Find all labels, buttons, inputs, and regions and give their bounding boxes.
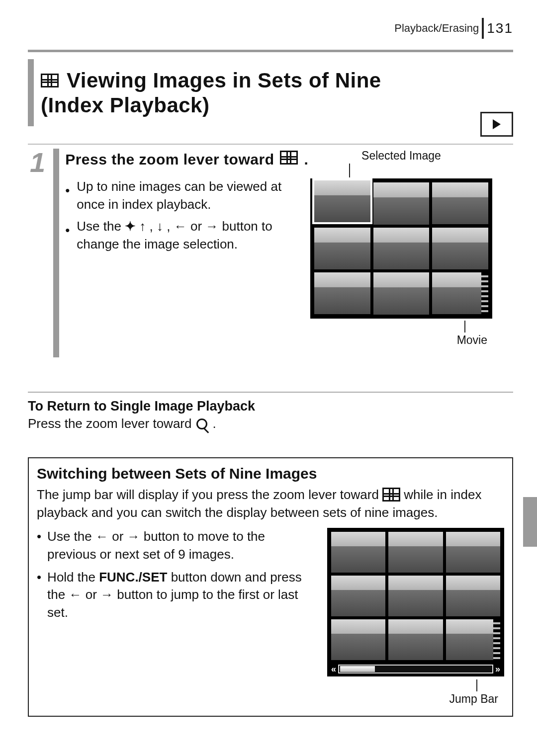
arrow-right-icon: → <box>100 588 113 601</box>
thumbnail <box>388 532 443 573</box>
bullet-dot: • <box>37 569 41 622</box>
thumbnail <box>388 576 443 616</box>
jumpbar-thumb <box>340 666 375 672</box>
selected-image-label: Selected Image <box>310 149 492 163</box>
arrow-down-icon: ↓ <box>157 220 163 233</box>
jumpbar-track <box>338 665 493 673</box>
arrow-up-icon: ↑ <box>139 220 146 233</box>
box-heading: Switching between Sets of Nine Images <box>37 465 504 482</box>
thumbnail <box>446 576 500 616</box>
index-grid-icon <box>382 488 400 502</box>
lcd-preview-2: « » Jump Bar <box>327 528 504 706</box>
callout-pointer <box>476 679 477 691</box>
index-grid-icon <box>280 151 298 165</box>
bullet-2: Use the ✦ ↑ , ↓ , ← or → button to chang… <box>77 218 289 253</box>
box-b2-mid2: or <box>86 587 100 602</box>
thumbnail <box>331 532 385 573</box>
return-heading: To Return to Single Image Playback <box>28 399 513 414</box>
title-accent-bar <box>28 59 34 126</box>
index-grid-icon <box>41 74 59 87</box>
box-para-pre: The jump bar will display if you press t… <box>37 487 382 502</box>
func-set-label: FUNC./SET <box>99 570 167 585</box>
page-number: 131 <box>487 20 513 36</box>
step-heading-prefix: Press the zoom lever toward <box>65 151 274 168</box>
arrow-right-icon: → <box>205 220 218 233</box>
thumb-index-tab <box>523 497 537 547</box>
return-text-pre: Press the zoom lever toward <box>28 416 191 431</box>
thumbnail-movie <box>432 272 488 314</box>
box-b1-mid: or <box>112 529 127 544</box>
jumpbar-prev-icon: « <box>331 664 336 674</box>
arrow-left-icon: ← <box>69 588 82 601</box>
thumbnail <box>373 228 430 270</box>
playback-mode-icon <box>480 112 513 137</box>
bullet-dot: • <box>65 218 70 253</box>
thumbnail <box>373 272 430 315</box>
arrow-left-icon: ← <box>174 220 187 233</box>
callout-pointer <box>349 164 350 177</box>
thumbnail <box>373 182 430 225</box>
thumbnail <box>446 532 500 573</box>
thumbnail <box>314 228 370 269</box>
step-number: 1 <box>28 149 47 176</box>
arrow-left-icon: ← <box>95 530 108 543</box>
header-divider <box>482 18 484 39</box>
callout-pointer <box>464 321 465 333</box>
jump-bar: « » <box>331 664 500 674</box>
step-heading-suffix: . <box>304 151 308 168</box>
lcd-grid <box>310 178 492 319</box>
bullet-2-sep: , <box>167 219 174 234</box>
jump-bar-label: Jump Bar <box>327 692 504 706</box>
thumbnail <box>331 576 385 616</box>
step-accent-bar <box>53 149 59 357</box>
box-b2-pre: Hold the <box>47 570 99 585</box>
section-label: Playback/Erasing <box>394 22 479 35</box>
box-b1-pre: Use the <box>47 529 95 544</box>
thumbnail <box>314 272 370 314</box>
bullet-dot: • <box>65 178 70 214</box>
title-block: Viewing Images in Sets of Nine (Index Pl… <box>28 50 513 126</box>
lcd-preview-1: Selected Image Movie <box>310 149 492 347</box>
page-title-line2: (Index Playback) <box>41 93 381 118</box>
play-triangle-icon <box>493 119 501 129</box>
switching-box: Switching between Sets of Nine Images Th… <box>28 457 513 717</box>
movie-label: Movie <box>435 334 492 347</box>
thumbnail-movie <box>446 619 500 660</box>
thumbnail <box>331 619 385 660</box>
bullet-dot: • <box>37 528 41 564</box>
return-text-post: . <box>212 416 216 431</box>
bullet-2-sep: or <box>190 219 205 234</box>
lcd-grid-with-jumpbar: « » <box>327 528 504 676</box>
page-title-line1: Viewing Images in Sets of Nine <box>67 68 381 93</box>
return-block: To Return to Single Image Playback Press… <box>28 392 513 431</box>
thumbnail-selected <box>314 180 370 222</box>
bullet-2-pre: Use the <box>77 219 125 234</box>
arrow-up-icon: ✦ <box>125 220 136 233</box>
thumbnail <box>388 619 443 660</box>
bullet-2-sep: , <box>150 219 157 234</box>
running-header: Playback/Erasing 131 <box>394 18 513 39</box>
bullet-1: Up to nine images can be viewed at once … <box>77 178 289 214</box>
thumbnail <box>432 228 488 269</box>
thumbnail <box>432 182 488 224</box>
jumpbar-next-icon: » <box>495 664 500 674</box>
arrow-right-icon: → <box>127 530 140 543</box>
magnify-icon <box>196 419 207 429</box>
